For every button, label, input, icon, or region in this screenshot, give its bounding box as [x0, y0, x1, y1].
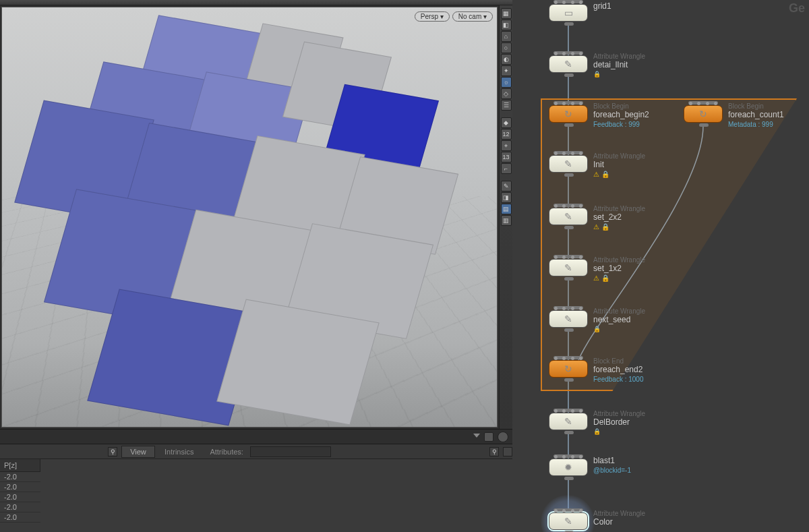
viewport-tool-icon[interactable]: ✎ [501, 181, 512, 191]
node-body[interactable]: ↻ [549, 105, 588, 123]
spreadsheet-toolbar: ⚲ View Intrinsics Attributes: ⚲ [0, 444, 512, 459]
gear-icon[interactable] [498, 432, 508, 442]
node-meta: Feedback : 1000 [593, 376, 644, 383]
node-Color[interactable]: ✎Attribute WrangleColor [549, 512, 645, 530]
node-name: foreach_count1 [728, 110, 784, 119]
node-set_2x2[interactable]: ✎Attribute Wrangleset_2x2⚠ 🔒 [549, 208, 645, 231]
viewport-tool-icon[interactable]: ◇ [501, 88, 512, 99]
cell-value[interactable]: -2.0 [0, 472, 40, 482]
node-type-label: Attribute Wrangle [593, 307, 645, 315]
viewport-titlebar [0, 0, 512, 5]
column-header[interactable]: P[z] [0, 459, 40, 472]
network-view[interactable]: Ge ▭grid1✎Attribute Wrangledetai_lInit🔒↻… [512, 0, 809, 532]
viewport-tool-icon[interactable]: ◐ [501, 54, 512, 65]
node-body[interactable]: ✎ [549, 155, 588, 173]
node-name: DelBorder [593, 417, 645, 427]
viewport-tool-icon[interactable]: ✦ [501, 65, 512, 76]
node-type-label: Attribute Wrangle [593, 205, 645, 212]
node-glyph-icon: ✎ [564, 516, 572, 527]
node-body[interactable]: ✎ [549, 413, 588, 430]
viewport-tool-icon[interactable]: 12 [501, 129, 512, 140]
camera-persp-button[interactable]: Persp ▾ [415, 11, 450, 22]
viewport-tool-icon[interactable]: ☰ [501, 100, 512, 111]
node-set_1x2[interactable]: ✎Attribute Wrangleset_1x2⚠ 🔒 [549, 259, 645, 282]
geometry-tile [216, 299, 380, 425]
pin-icon[interactable]: ⚲ [108, 447, 117, 456]
node-type-label: Attribute Wrangle [593, 152, 645, 160]
viewport-canvas[interactable]: Persp ▾ No cam ▾ [1, 7, 498, 427]
node-glyph-icon: ✎ [564, 211, 572, 222]
node-body[interactable]: ↻ [549, 360, 588, 378]
settings-icon[interactable] [503, 447, 512, 456]
node-foreach_begin2[interactable]: ↻Block Beginforeach_begin2Feedback : 999 [549, 105, 649, 128]
node-body[interactable]: ✎ [549, 55, 588, 73]
view-mode-button[interactable]: View [121, 446, 155, 458]
node-name: Color [593, 517, 645, 527]
cell-value[interactable]: -2.0 [0, 512, 40, 523]
node-badges: 🔒 [593, 326, 645, 332]
node-glyph-icon: ✎ [564, 158, 572, 169]
node-body[interactable]: ✎ [549, 512, 588, 530]
node-detai_lInit[interactable]: ✎Attribute Wrangledetai_lInit🔒 [549, 55, 645, 78]
node-badges: ⚠ 🔒 [593, 171, 645, 178]
node-meta: Feedback : 999 [593, 121, 649, 128]
intrinsics-label: Intrinsics [164, 448, 193, 456]
cell-value[interactable]: -2.0 [0, 492, 40, 502]
node-name: Init [593, 160, 645, 169]
node-name: set_2x2 [593, 212, 645, 222]
viewport-tool-icon[interactable]: ◆ [501, 117, 512, 128]
node-blast1[interactable]: ✹blast1@blockid=-1 [549, 459, 631, 476]
node-glyph-icon: ↻ [564, 363, 572, 374]
viewport-tool-icon[interactable]: ◨ [501, 192, 512, 203]
node-type-label: Attribute Wrangle [593, 256, 645, 264]
node-body[interactable]: ↻ [684, 105, 723, 123]
node-body[interactable]: ✎ [549, 310, 588, 328]
viewport-tool-icon[interactable]: ▤ [501, 204, 512, 214]
node-DelBorder[interactable]: ✎Attribute WrangleDelBorder🔒 [549, 413, 645, 435]
node-foreach_count1[interactable]: ↻Block Beginforeach_count1Metadata : 999 [684, 105, 784, 128]
node-name: set_1x2 [593, 264, 645, 273]
cell-value[interactable]: -2.0 [0, 502, 40, 512]
attributes-input[interactable] [250, 446, 331, 457]
node-body[interactable]: ▭ [549, 4, 588, 22]
node-name: next_seed [593, 315, 645, 324]
node-glyph-icon: ▭ [564, 7, 573, 18]
viewport-pane: Persp ▾ No cam ▾ ▦◧⌂○◐✦☼◇☰◆12⌖13⌐✎◨▤▥ ⚲ … [0, 0, 512, 532]
filter-icon[interactable]: ⚲ [489, 447, 499, 456]
node-type-label: Attribute Wrangle [593, 410, 645, 417]
viewport-tool-icon[interactable]: ▥ [501, 215, 512, 226]
viewport-tool-icon[interactable]: ⌂ [501, 31, 512, 42]
geometry-tiles [2, 7, 497, 427]
cell-value[interactable]: -2.0 [0, 482, 40, 492]
node-next_seed[interactable]: ✎Attribute Wranglenext_seed🔒 [549, 310, 645, 332]
node-glyph-icon: ↻ [564, 109, 572, 119]
viewport-tool-icon[interactable]: ☼ [501, 77, 512, 88]
viewport-tool-icon[interactable]: 13 [501, 152, 512, 162]
spreadsheet[interactable]: P[z] -2.0-2.0-2.0-2.0-2.0 [0, 459, 512, 532]
node-badges: ⚠ 🔒 [593, 274, 645, 282]
node-foreach_end2[interactable]: ↻Block Endforeach_end2Feedback : 1000 [549, 360, 644, 383]
node-body[interactable]: ✎ [549, 208, 588, 225]
viewport-tool-icon[interactable]: ▦ [501, 8, 512, 19]
node-body[interactable]: ✎ [549, 259, 588, 276]
node-name: detai_lInit [593, 60, 645, 69]
node-glyph-icon: ↻ [699, 109, 707, 119]
node-badges: 🔒 [593, 428, 645, 435]
node-name: foreach_begin2 [593, 110, 649, 119]
node-name: blast1 [593, 456, 631, 465]
node-badges: 🔒 [593, 71, 645, 78]
viewport-tool-icon[interactable]: ○ [501, 42, 512, 53]
viewport-tool-icon[interactable]: ⌐ [501, 163, 512, 174]
camera-select-button[interactable]: No cam ▾ [452, 11, 493, 22]
node-Init[interactable]: ✎Attribute WrangleInit⚠ 🔒 [549, 155, 645, 178]
node-glyph-icon: ✎ [564, 416, 572, 427]
viewport-tool-icon[interactable]: ◧ [501, 20, 512, 30]
node-grid1[interactable]: ▭grid1 [549, 4, 611, 22]
viewport-tool-icon[interactable]: ⌖ [501, 140, 512, 151]
node-type-label: Block Begin [593, 102, 649, 110]
viewport-footer [0, 429, 512, 444]
expand-icon[interactable] [473, 434, 480, 440]
node-body[interactable]: ✹ [549, 459, 588, 476]
node-name: grid1 [593, 1, 611, 11]
display-toggle[interactable] [484, 432, 493, 442]
